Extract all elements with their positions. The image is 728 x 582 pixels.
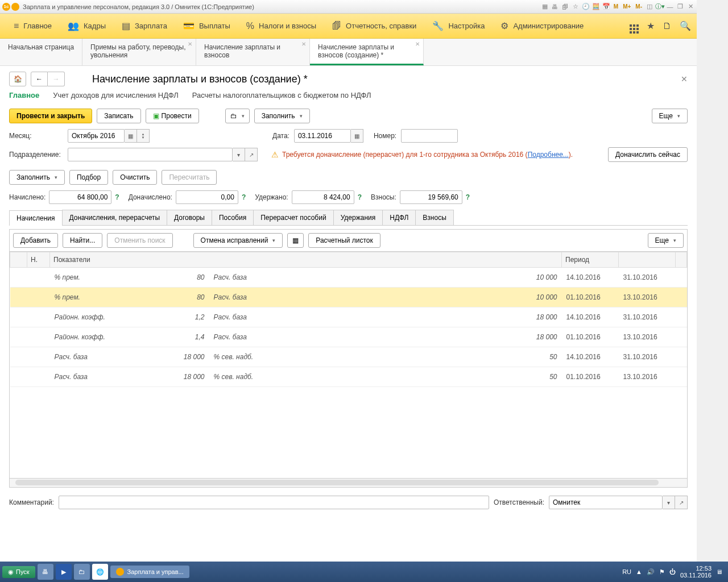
recalculate-button[interactable]: Пересчитать [162, 170, 217, 185]
withheld-field[interactable] [292, 190, 354, 204]
main-menu-item[interactable]: 🗐Отчетность, справки [324, 20, 424, 31]
inner-tab[interactable]: Перерасчет пособий [253, 210, 333, 225]
post-and-close-button[interactable]: Провести и закрыть [9, 109, 92, 123]
inner-tab[interactable]: Начисления [9, 210, 63, 226]
comment-field[interactable] [59, 496, 489, 509]
more-button[interactable]: Еще [652, 109, 688, 123]
attach-button[interactable]: 🗀 [225, 109, 250, 123]
back-button[interactable]: ← [31, 72, 48, 86]
document-tab[interactable]: Начисление зарплаты и взносов (создание)… [310, 39, 424, 65]
accruals-table[interactable]: Н. Показатели Период % прем.80Расч. база… [9, 251, 688, 479]
cancel-search-button[interactable]: Отменить поиск [107, 233, 172, 248]
help-icon[interactable]: ? [242, 193, 246, 201]
help-icon[interactable]: ? [115, 193, 119, 201]
additional-field[interactable] [176, 190, 238, 204]
start-button[interactable]: ◉ Пуск [2, 566, 35, 578]
month-field[interactable] [68, 129, 125, 143]
panels-icon[interactable]: ◫ [646, 3, 653, 11]
tab-close-icon[interactable]: ✕ [188, 41, 192, 47]
app-menu-dropdown-icon[interactable] [11, 3, 19, 11]
tray-lang[interactable]: RU [622, 568, 631, 575]
pick-button[interactable]: Подбор [69, 170, 108, 185]
tray-icon[interactable]: 🖥 [716, 568, 722, 575]
m-plus-button[interactable]: M+ [622, 3, 632, 11]
document-tab[interactable]: Приемы на работу, переводы, увольнения✕ [82, 39, 196, 65]
date-picker-icon[interactable]: ▦ [351, 129, 363, 143]
col-indicators[interactable]: Показатели [50, 252, 562, 268]
inner-tab[interactable]: Взносы [415, 210, 453, 225]
table-row[interactable]: Расч. база18 000% сев. надб.5014.10.2016… [10, 347, 687, 367]
help-icon[interactable]: ? [466, 193, 470, 201]
responsible-field[interactable] [549, 496, 663, 509]
toolbar-icon[interactable]: ☆ [572, 3, 580, 11]
tab-close-icon[interactable]: ✕ [301, 41, 306, 47]
contributions-field[interactable] [400, 190, 462, 204]
tray-icon[interactable]: 🔊 [647, 568, 655, 576]
table-row[interactable]: % прем.80Расч. база10 00001.10.201613.10… [10, 288, 687, 307]
find-button[interactable]: Найти... [63, 233, 102, 248]
favorites-icon[interactable]: ★ [647, 20, 655, 31]
maximize-icon[interactable]: ❐ [676, 3, 684, 11]
table-row[interactable]: Районн. коэфф.1,2Расч. база18 00014.10.2… [10, 307, 687, 327]
main-menu-item[interactable]: ⚙Администрирование [493, 20, 592, 31]
document-tab[interactable]: Начисление зарплаты и взносов✕ [196, 39, 310, 65]
info-icon[interactable]: ⓘ▾ [656, 3, 664, 11]
cancel-corrections-button[interactable]: Отмена исправлений [193, 233, 283, 248]
tray-icon[interactable]: ▲ [636, 568, 642, 575]
minimize-icon[interactable]: — [666, 3, 674, 11]
payslip-button[interactable]: Расчетный листок [308, 233, 380, 248]
help-icon[interactable]: ? [358, 193, 362, 201]
inner-tab[interactable]: Договоры [167, 210, 212, 225]
additional-accrual-button[interactable]: Доначислить сейчас [608, 147, 688, 162]
warning-details-link[interactable]: Подробнее... [528, 151, 569, 159]
home-button[interactable]: 🏠 [9, 72, 26, 86]
apps-grid-icon[interactable] [630, 19, 639, 34]
toolbar-icon[interactable]: 🖶 [551, 3, 559, 11]
main-menu-item[interactable]: 🔧Настройка [424, 20, 493, 31]
division-open-icon[interactable]: ↗ [245, 148, 258, 161]
responsible-dropdown-icon[interactable]: ▾ [663, 496, 675, 509]
number-field[interactable] [401, 129, 458, 143]
table-more-button[interactable]: Еще [648, 233, 684, 248]
table-row[interactable]: Расч. база18 000% сев. надб.5001.10.2016… [10, 367, 687, 387]
taskbar-icon[interactable]: 🗀 [74, 564, 90, 580]
post-button[interactable]: ▣Провести [146, 109, 199, 123]
col-n[interactable]: Н. [27, 252, 50, 268]
toolbar-icon[interactable]: 🗐 [561, 3, 569, 11]
division-dropdown-icon[interactable]: ▾ [233, 148, 245, 161]
inner-tab[interactable]: Доначисления, перерасчеты [62, 210, 167, 225]
add-row-button[interactable]: Добавить [13, 233, 58, 248]
m-minus-button[interactable]: M- [634, 3, 643, 11]
table-row[interactable]: Районн. коэфф.1,4Расч. база18 00001.10.2… [10, 327, 687, 347]
division-field[interactable] [68, 148, 233, 161]
fill-table-button[interactable]: Заполнить [9, 170, 65, 185]
table-row[interactable]: % прем.80Расч. база10 00014.10.201631.10… [10, 268, 687, 288]
inner-tab[interactable]: НДФЛ [382, 210, 416, 225]
close-page-icon[interactable]: ✕ [681, 74, 688, 84]
close-icon[interactable]: ✕ [686, 3, 694, 11]
table-horizontal-scrollbar[interactable] [9, 479, 688, 488]
forward-button[interactable]: → [48, 72, 65, 86]
month-picker-icon[interactable]: ▦ [125, 129, 137, 143]
taskbar-icon[interactable]: 🖶 [38, 564, 53, 580]
tab-close-icon[interactable]: ✕ [415, 41, 420, 47]
main-menu-item[interactable]: ▤Зарплата [114, 20, 175, 31]
toolbar-icon[interactable]: ▦ [541, 3, 549, 11]
tray-clock[interactable]: 12:53 03.11.2016 [680, 565, 712, 579]
m-button[interactable]: M [613, 3, 619, 11]
clear-button[interactable]: Очистить [113, 170, 157, 185]
inner-tab[interactable]: Удержания [333, 210, 383, 225]
col-period[interactable]: Период [562, 252, 619, 268]
responsible-open-icon[interactable]: ↗ [675, 496, 688, 509]
sub-nav-item[interactable]: Главное [9, 91, 39, 99]
date-field[interactable] [294, 129, 351, 143]
fill-button[interactable]: Заполнить [254, 109, 310, 123]
accrued-field[interactable] [49, 190, 111, 204]
main-menu-item[interactable]: 💳Выплаты [175, 20, 238, 31]
tray-icon[interactable]: ⚑ [659, 568, 665, 576]
main-menu-item[interactable]: ≡Главное [6, 20, 60, 31]
month-stepper[interactable]: ▲▼ [137, 129, 150, 143]
toolbar-icon[interactable]: 📅 [602, 3, 610, 11]
columns-button[interactable]: ▦ [287, 233, 304, 248]
main-menu-item[interactable]: %Налоги и взносы [238, 20, 324, 31]
